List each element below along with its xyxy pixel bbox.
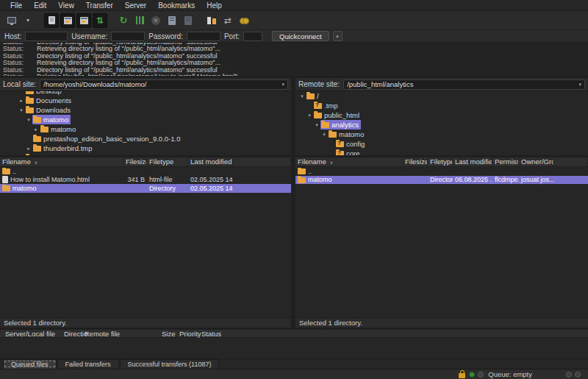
expand-icon[interactable]: ▸ xyxy=(18,96,25,105)
sort-indicator-icon: ∨ xyxy=(33,160,37,165)
queue-column-header[interactable]: Status xyxy=(201,330,588,338)
local-site-combo[interactable]: /home/yoshi/Downloads/matomo/ ▾ xyxy=(40,79,288,90)
remote-file-row[interactable]: .. xyxy=(295,167,588,176)
collapse-icon[interactable]: ▾ xyxy=(313,120,320,130)
quickconnect-dropdown[interactable]: ▾ xyxy=(333,31,343,41)
local-tree-label[interactable]: thunderbird.tmp xyxy=(32,144,95,153)
remote-tree-item[interactable]: config xyxy=(295,139,588,149)
directory-comparison-button[interactable] xyxy=(204,13,219,28)
tab-queued-files[interactable]: Queued files xyxy=(3,359,57,369)
remote-column-header[interactable]: Filetype xyxy=(428,157,453,166)
password-input[interactable] xyxy=(187,32,220,41)
remote-tree-item[interactable]: .tmp xyxy=(295,101,588,110)
disconnect-button[interactable] xyxy=(165,13,179,28)
local-tree-item[interactable]: ▸matomo xyxy=(0,124,291,134)
remote-tree-item[interactable]: ▾public_html xyxy=(295,110,588,120)
expand-icon[interactable]: ▸ xyxy=(25,144,32,153)
menu-edit[interactable]: Edit xyxy=(28,1,52,10)
username-input[interactable] xyxy=(111,32,145,41)
local-tree-label[interactable]: matomo xyxy=(40,124,78,134)
chevron-down-icon[interactable]: ▾ xyxy=(578,82,581,88)
remote-column-header[interactable]: Permission xyxy=(492,157,519,166)
remote-column-header[interactable]: Last modified xyxy=(453,157,492,166)
chevron-down-icon[interactable]: ▾ xyxy=(282,82,284,88)
remote-site-combo[interactable]: /public_html/analytics ▾ xyxy=(343,79,585,90)
local-list-header[interactable]: Filename ∨FilesizeFiletypeLast modified xyxy=(0,157,291,167)
local-file-row[interactable]: How to install Matomo.html341 Bhtml-file… xyxy=(0,176,291,185)
local-tree-item[interactable]: prestashop_edition_basic_version_9.0.0-1… xyxy=(0,134,291,144)
collapse-icon[interactable]: ▾ xyxy=(18,105,25,115)
remote-tree-item[interactable]: ▾matomo xyxy=(295,130,588,139)
expand-icon[interactable]: ▸ xyxy=(32,124,40,134)
remote-tree-label[interactable]: public_html xyxy=(313,110,362,120)
local-tree-item[interactable]: ▸Documents xyxy=(0,96,291,105)
toggle-local-tree-icon xyxy=(64,17,72,24)
tree-item-name: core xyxy=(346,149,359,157)
local-tree-item[interactable]: ▾matomo xyxy=(0,115,291,124)
local-tree-label[interactable]: Downloads xyxy=(25,105,73,115)
collapse-icon[interactable]: ▾ xyxy=(306,110,313,120)
menu-file[interactable]: File xyxy=(4,1,28,10)
menu-transfer[interactable]: Transfer xyxy=(80,1,119,10)
remote-list-header[interactable]: Filename ∨FilesizeFiletypeLast modifiedP… xyxy=(295,157,588,167)
remote-tree-label[interactable]: core xyxy=(335,149,362,157)
queue-column-header[interactable]: Server/Local file xyxy=(5,330,64,338)
queue-status-text: Queue: empty xyxy=(488,370,532,378)
queue-column-header[interactable]: Size xyxy=(162,330,179,338)
toggle-message-log-icon xyxy=(49,16,55,24)
local-tree-item[interactable]: ▸thunderbird.tmp xyxy=(0,144,291,153)
remote-file-row[interactable]: matomoDirectory06.08.2025 ...flcdmpe...j… xyxy=(295,176,588,185)
collapse-icon[interactable]: ▾ xyxy=(25,115,32,124)
queue-column-header[interactable]: Directio xyxy=(64,330,85,338)
collapse-icon[interactable]: ▾ xyxy=(320,130,328,139)
local-tree-label[interactable]: matomo xyxy=(32,115,71,124)
reconnect-button[interactable] xyxy=(181,13,196,28)
remote-tree-item[interactable]: core xyxy=(295,149,588,157)
find-files-button[interactable] xyxy=(237,13,251,28)
collapse-icon[interactable]: ▾ xyxy=(298,91,306,101)
remote-tree-label[interactable]: matomo xyxy=(328,130,366,139)
local-file-row[interactable]: .. xyxy=(0,167,291,176)
tab-successful-transfers-11087-[interactable]: Successful transfers (11087) xyxy=(120,359,220,369)
local-tree-label[interactable]: prestashop_edition_basic_version_9.0.0-1… xyxy=(32,134,182,144)
queue-column-header[interactable]: Priority xyxy=(179,330,201,338)
menu-bookmarks[interactable]: Bookmarks xyxy=(152,1,201,10)
local-column-header[interactable]: Filename ∨ xyxy=(0,157,123,166)
local-tree-label[interactable]: Documents xyxy=(25,96,74,105)
local-column-header[interactable]: Last modified xyxy=(188,157,233,166)
remote-tree-item[interactable]: ▾analytics xyxy=(295,120,588,130)
toggle-remote-tree-button[interactable] xyxy=(76,13,91,28)
local-column-header[interactable]: Filetype xyxy=(147,157,188,166)
menu-help[interactable]: Help xyxy=(201,1,228,10)
remote-column-header[interactable]: Filesize xyxy=(403,157,428,166)
toggle-transfer-queue-button[interactable]: ⇅ xyxy=(93,13,107,28)
remote-tree-label[interactable]: / xyxy=(306,91,321,101)
synchronized-browsing-button[interactable]: ⇄ xyxy=(220,13,235,28)
remote-tree-item[interactable]: ▾/ xyxy=(295,91,588,101)
menu-view[interactable]: View xyxy=(52,1,80,10)
cancel-operation-button[interactable]: × xyxy=(148,13,163,28)
local-file-row[interactable]: matomoDirectory02.05.2025 14:... xyxy=(0,184,291,193)
quickconnect-button[interactable]: Quickconnect xyxy=(272,31,329,41)
refresh-button[interactable]: ↻ xyxy=(116,13,131,28)
remote-tree-label[interactable]: analytics xyxy=(320,120,361,130)
local-tree-item[interactable]: ▾Downloads xyxy=(0,105,291,115)
transfer-queue-header[interactable]: Server/Local fileDirectioRemote fileSize… xyxy=(0,327,588,338)
menu-server[interactable]: Server xyxy=(119,1,152,10)
site-manager-button[interactable] xyxy=(4,13,19,28)
remote-column-header[interactable]: Filename ∨ xyxy=(295,157,403,166)
toggle-message-log-button[interactable] xyxy=(44,13,59,28)
remote-column-header[interactable]: Owner/Grou xyxy=(519,157,554,166)
remote-tree-label[interactable]: .tmp xyxy=(313,101,340,110)
tab-failed-transfers[interactable]: Failed transfers xyxy=(57,359,119,369)
local-column-header[interactable]: Filesize xyxy=(123,157,147,166)
toggle-local-tree-button[interactable] xyxy=(60,13,75,28)
host-input[interactable] xyxy=(25,32,68,41)
process-queue-button[interactable] xyxy=(132,13,147,28)
tree-item-name: / xyxy=(317,92,319,100)
remote-selection-status: Selected 1 directory. xyxy=(295,317,588,327)
remote-tree-label[interactable]: config xyxy=(335,139,367,149)
port-input[interactable] xyxy=(243,32,262,41)
site-manager-dropdown-button[interactable]: ▾ xyxy=(21,13,35,28)
queue-column-header[interactable]: Remote file xyxy=(85,330,162,338)
